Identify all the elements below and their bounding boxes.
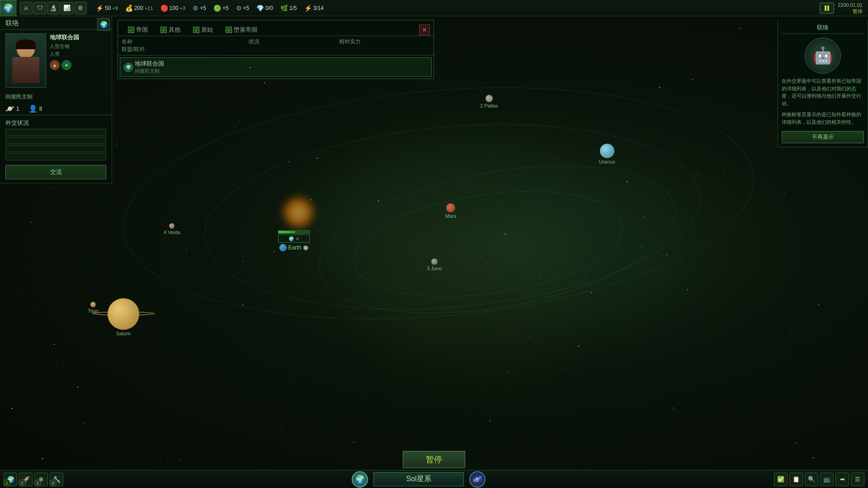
bottom-right-icons: ✅ 📋 🔍 📺 ➡ ☰ [770, 473, 868, 486]
topbar: 🌍 ⚔ 🛡 🔬 📊 ⚙ ⚡ 50 +9 💰 200 +11 🔴 100 +3 ⚙… [0, 0, 868, 16]
volatile-value: 3/14 [313, 5, 324, 11]
pop-stat-icon: 👤 [28, 104, 38, 113]
tab-primitive[interactable]: ✓ 原始 [187, 24, 219, 36]
tab-empire[interactable]: ✓ 帝国 [122, 24, 154, 36]
planet-pallas[interactable]: 2 Pallas [480, 95, 498, 108]
dialog-tabs: ✓ 帝国 ✓ 其他 ✓ 原始 ✓ 堕落帝国 ✕ [118, 20, 434, 36]
diplo-bars [0, 129, 112, 160]
empire-name: 地球联合国 [50, 33, 106, 42]
left-panel-title: 联络 [0, 16, 112, 30]
col-arrow [212, 38, 249, 46]
diplo-bar-2 [5, 137, 106, 144]
earth-indicator[interactable]: 🌍 ✕ Earth 🔘 [278, 230, 310, 251]
empire-avatar[interactable] [5, 33, 46, 88]
res-research: ⚙ +5 [193, 5, 206, 12]
system-globe-icon[interactable]: 🌍 [352, 471, 368, 488]
bottom-icon-1[interactable]: 🌍 1 [4, 473, 17, 486]
system-name-badge: Sol星系 [373, 472, 464, 486]
bottom-icon-4[interactable]: 🔧 4 [50, 473, 63, 486]
influence-value: +5 [243, 5, 250, 11]
col-name: 名称 [122, 38, 212, 46]
contact-dialog: ✓ 帝国 ✓ 其他 ✓ 原始 ✓ 堕落帝国 ✕ 名称 状况 相对实力 联盟/联邦… [118, 20, 434, 79]
diplo-bar-4 [5, 153, 106, 160]
bottom-right-icon-1[interactable]: ✅ [774, 473, 788, 486]
bottom-right-icon-6[interactable]: ☰ [851, 473, 864, 486]
galaxy-icon[interactable]: 🌌 [469, 471, 486, 488]
tab-other[interactable]: ✓ 其他 [154, 24, 187, 36]
no-show-button[interactable]: 不再显示 [782, 131, 864, 143]
resources-bar: ⚡ 50 +9 💰 200 +11 🔴 100 +3 ⚙ +5 🟢 +5 ⚙ +… [90, 5, 329, 12]
bottom-right-icon-3[interactable]: 🔍 [805, 473, 818, 486]
planet-vesta[interactable]: 4 Vesta [164, 223, 180, 235]
tab-empire-label: 帝国 [136, 26, 148, 34]
row-empire-gov: 间接民主制 [135, 68, 164, 75]
empire-header: 地球联合国 人型生物 人类 ▲ ✦ 🌍 [0, 30, 112, 91]
row-empire-name: 🌍 地球联合国 间接民主制 [124, 60, 213, 75]
empire-badges: ▲ ✦ [50, 60, 106, 70]
avatar-figure [6, 34, 46, 87]
empire-corner-icon[interactable]: 🌍 [97, 18, 110, 31]
col-alliance: 联盟/联邦 [122, 46, 212, 53]
bottom-right-icon-5[interactable]: ➡ [835, 473, 849, 486]
energy-value: 50 [105, 5, 111, 11]
planet-titan[interactable]: Titan [88, 302, 99, 314]
tab-fallen-label: 堕落帝国 [234, 26, 257, 34]
row-empire-title: 地球联合国 [135, 60, 164, 68]
pop-stat-value: 8 [39, 106, 42, 112]
pause-label: 暂停 [426, 455, 442, 464]
tab-fallen-check: ✓ [226, 27, 232, 33]
badge-ethics-2[interactable]: ✦ [61, 60, 71, 70]
top-icon-2[interactable]: 🛡 [33, 2, 46, 14]
empire-species: 人类 [50, 51, 106, 57]
stats-row: 🪐 1 👤 8 [0, 103, 112, 115]
bottom-icon-2[interactable]: 🚀 2 [19, 473, 33, 486]
datetime-display: 2200.01.01 暂停 [838, 2, 863, 14]
earth-extra-icon: 🔘 [303, 245, 308, 250]
pause-bar-2 [827, 5, 829, 11]
research-value: +5 [200, 5, 206, 11]
dialog-table-header: 名称 状况 相对实力 联盟/联邦 [118, 36, 434, 56]
system-name-text: Sol星系 [406, 475, 431, 483]
empire-icon[interactable]: 🌍 [0, 0, 16, 16]
alloy-value: 0/0 [265, 5, 273, 11]
top-icon-3[interactable]: 🔬 [47, 2, 60, 14]
influence-icon: ⚙ [236, 5, 242, 12]
col-strength: 相对实力 [339, 38, 430, 46]
contact-row-0[interactable]: 🌍 地球联合国 间接民主制 - [120, 57, 432, 77]
pause-button[interactable] [820, 3, 834, 14]
stat-planets: 🪐 1 [5, 104, 19, 113]
info-text-2: 种族标签页显示的是已知外星种族的详细列表，以及他们的相关特性。 [782, 111, 864, 126]
exchange-button[interactable]: 交流 [5, 165, 106, 179]
top-icon-4[interactable]: 📊 [61, 2, 73, 14]
dialog-close-button[interactable]: ✕ [419, 24, 430, 35]
bottom-icon-3[interactable]: ❄ 3 [34, 473, 48, 486]
planet-juno[interactable]: 3 Juno [427, 258, 442, 271]
minerals-value: 200 [134, 5, 143, 11]
energy-income: +9 [112, 5, 118, 11]
tab-fallen[interactable]: ✓ 堕落帝国 [219, 24, 264, 36]
res-unity: 🟢 +5 [213, 5, 229, 12]
diplo-status-title: 外交状况 [0, 115, 112, 129]
research-icon: ⚙ [193, 5, 198, 12]
top-icon-1[interactable]: ⚔ [20, 2, 33, 14]
planet-saturn[interactable]: Saturn [108, 298, 139, 336]
bottom-badge-2: 2 [19, 479, 26, 487]
planet-mars[interactable]: Mars [445, 203, 456, 219]
bottom-right-icon-4[interactable]: 📺 [820, 473, 834, 486]
res-food: 🔴 100 +3 [160, 5, 186, 12]
earth-selector[interactable]: 🌍 ✕ [278, 235, 310, 243]
tab-other-check: ✓ [160, 27, 167, 33]
bottom-right-icon-2[interactable]: 📋 [789, 473, 803, 486]
top-icon-5[interactable]: ⚙ [74, 2, 87, 14]
badge-ethics-1[interactable]: ▲ [50, 60, 60, 70]
res-minerals: 💰 200 +11 [125, 5, 153, 12]
bottom-badge-3: 3 [34, 479, 41, 487]
left-panel: 联络 地球联合国 人型生物 人类 ▲ ✦ 🌍 间接民主制 [0, 16, 112, 183]
stat-pops: 👤 8 [28, 104, 42, 113]
pause-bar-1 [825, 5, 826, 11]
planet-uranus[interactable]: Uranus [599, 144, 615, 164]
topbar-right: 2200.01.01 暂停 [820, 2, 868, 14]
bottom-center: 🌍 Sol星系 🌌 [67, 471, 770, 488]
bottom-left-icons: 🌍 1 🚀 2 ❄ 3 🔧 4 [0, 473, 67, 486]
earth-globe-icon: 🌍 [288, 236, 294, 241]
